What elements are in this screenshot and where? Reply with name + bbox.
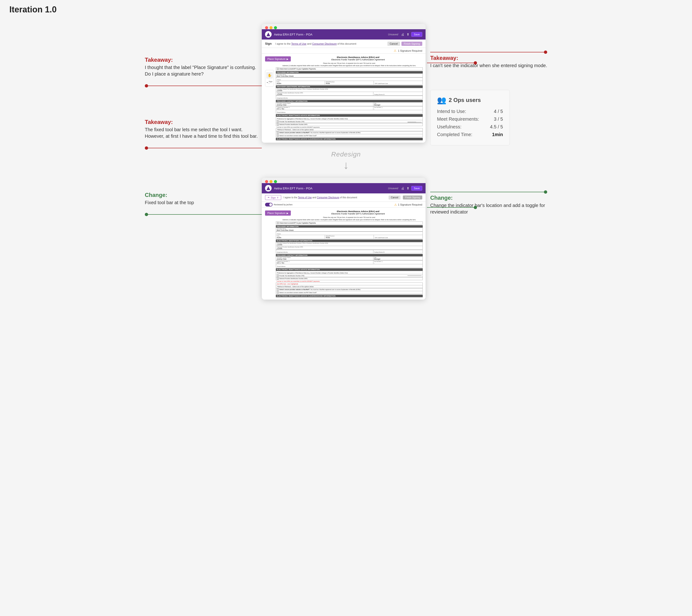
reviewed-label: Reviewed by jechen [274,203,293,206]
agree-text-v1: I agree to the Terms of Use and Consumer… [275,42,387,45]
app-status-v1: Unsaved [388,33,398,36]
takeaway2-label: Takeaway: [145,119,262,125]
phone-v2: 972 1 762 - [277,262,372,264]
place-sig-arrow-v2: ▶ [286,212,288,215]
city-v2: Austin [277,237,324,238]
app-title-v2: Aetna ERA EFT Form - POA [274,186,388,190]
sig-bar-v2-bottom: Reviewed by jechen ⚠ 1 Signature Require… [262,202,426,208]
sig-required-bar-v1: ⚠ 1 Signature Required [262,48,426,53]
app-header-v2: Aetna ERA EFT Form - POA Unsaved 🖨 ⬆ Sav… [262,183,426,193]
time-value: 1min [492,132,503,137]
takeaway3-text: I can't see the indicator when she enter… [430,62,547,69]
form-document-v2: aetna™ Electronic Remittance Advice (ERA… [262,208,426,300]
sign-dropdown-btn-v2[interactable]: ✒ Sign ∨ [265,195,281,200]
place-sig-arrow: ▶ [286,58,288,60]
sig-req-text-v2: 1 Signature Required [398,203,422,206]
place-sig-label-v2: Place Signature [267,212,286,215]
cap-checkbox[interactable] [277,68,279,70]
era-info-section-v1: ELECTRONIC REMITTANCE ADVICE INFORMATION [276,114,423,117]
doc-area-v1: Place Signature ▶ ✋ ✒ Sign › [262,53,426,142]
terms-link-v1[interactable]: Terms of Use [291,42,306,45]
takeaway2-text: The fixed tool bar lets me select the to… [145,126,262,139]
finish-signing-button-v2[interactable]: Finish Signing [403,196,422,199]
sig-required-v2: ⚠ 1 Signature Required [394,203,422,206]
sign-bar-v2: ✒ Sign ∨ I agree to the Terms of Use and… [262,193,426,202]
sig-req-icon-v1: ⚠ [394,49,396,52]
intend-label: Intend to Use: [437,109,466,114]
dot-minimize-v2 [269,180,273,183]
app-logo-v2 [265,185,272,192]
browser-chrome-v2 [262,178,426,183]
change2-label: Change: [430,195,547,201]
change1-line [148,214,262,215]
takeaway2-line [148,148,262,148]
form-note-v2: Please fax only one TIN per form. A sepa… [276,217,423,218]
state-v2: Texas [326,237,373,238]
provider-contact-section-v1: PROVIDER CONTACT INFORMATION [276,100,423,103]
terms-link-v2[interactable]: Terms of Use [298,196,312,199]
takeaway1-text: I thought that the label "Place Signatur… [145,64,262,77]
dot-fullscreen [274,26,277,29]
change1-dot [145,213,148,216]
sign-tool-label: Sign › [269,81,273,85]
print-icon[interactable]: 🖨 [401,32,405,37]
download-icon[interactable]: ⬆ [406,32,410,37]
dot-minimize [269,26,273,29]
tin-v2: 123456 [277,244,422,246]
print-icon-v2[interactable]: 🖨 [401,186,405,191]
provider-name-v1: Blue Cross Blue Shield [277,75,422,77]
form-note-v1: Please fax only one TIN per form. A sepa… [276,62,423,64]
dot-fullscreen-v2 [274,180,277,183]
reviewed-toggle[interactable]: Reviewed by jechen [265,203,293,206]
download-icon-v2[interactable]: ⬆ [406,186,410,191]
sign-icon: ✒ [267,82,268,84]
form-document-v1: aetna™ Electronic Remittance Advice (ERA… [262,53,426,142]
sign-icon-v2: ✒ [268,196,270,199]
meet-label: Meet Requirements: [437,116,479,122]
save-button-v1[interactable]: Save [411,32,422,37]
toggle-knob [269,203,272,206]
useful-value: 4.5 / 5 [490,124,503,130]
place-sig-button-v2[interactable]: Place Signature ▶ [265,211,291,216]
finish-signing-button-v1[interactable]: Finish Signing [402,42,422,46]
meet-value: 3 / 5 [494,116,503,122]
cancel-button-v1[interactable]: Cancel [387,42,400,46]
dot-close [265,26,268,29]
capitation-check-v1: Check here to enroll EFT to your Capitat… [276,67,423,70]
browser-chrome-v1 [262,24,426,29]
sign-label-v2: Sign [271,196,276,199]
app-header-v1: Aetna ERA EFT Form - POA Unsaved 🖨 ⬆ Sav… [262,29,426,40]
consumer-link-v1[interactable]: Consumer Disclosure [312,42,337,45]
consumer-link-v2[interactable]: Consumer Disclosure [317,196,340,199]
app-title-v1: Aetna ERA EFT Form - POA [274,33,388,36]
takeaway2-dot [145,147,148,150]
save-button-v2[interactable]: Save [411,186,422,191]
redesign-arrow: ↓ [343,159,349,171]
takeaway1-label: Takeaway: [145,57,262,63]
phone-v1: 972 1 762 - [277,108,372,110]
intend-value: 4 / 5 [494,109,503,114]
sig-req-icon-v2: ⚠ [394,203,397,206]
place-sig-button-v1[interactable]: Place Signature ▶ [265,57,291,62]
toggle-switch[interactable] [265,203,273,206]
cancel-button-v2[interactable]: Cancel [389,196,401,199]
place-sig-label: Place Signature [267,58,286,60]
city-v1: Austin [277,83,324,84]
title-v1: Manager [374,104,422,106]
takeaway3-label: Takeaway: [430,55,547,61]
form-title-main-v1: Electronic Remittance Advice (ERA) and [294,56,423,59]
agree-text-v2: I agree to the Terms of Use and Consumer… [284,196,386,199]
npi-v2: 123456 [277,248,422,249]
ops-count: 2 Ops users [449,97,481,103]
takeaway1-dot [145,84,148,87]
pan-tool-icon[interactable]: ✋ [266,72,273,79]
sign-tool-sign[interactable]: ✒ Sign › [267,81,273,85]
ops-icons: 👥 [437,96,446,105]
provider-id-section-v1: PROVIDER IDENTIFIERS INFORMATION [276,85,423,88]
form-title-main-v2: Electronic Remittance Advice (ERA) and [294,210,423,213]
stats-box: 👥 2 Ops users Intend to Use: 4 / 5 Meet … [430,90,510,146]
app-logo-v1 [265,31,272,38]
cap-label-v2: Check here to enroll EFT to your Capitat… [279,222,316,224]
error-text-v2: List two or more NPIs you would like to … [276,280,423,283]
provider-name-v2: Blue Cross Blue Shield [277,229,422,231]
